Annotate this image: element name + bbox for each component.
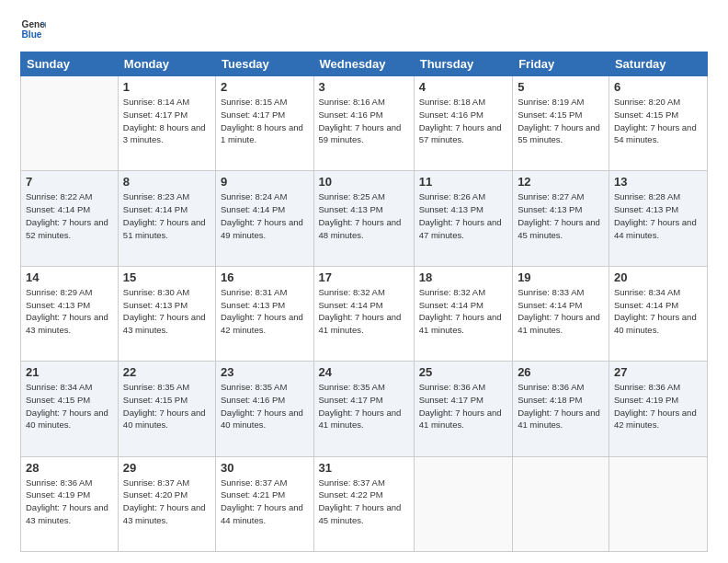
calendar-cell: 8Sunrise: 8:23 AM Sunset: 4:14 PM Daylig… bbox=[118, 171, 215, 266]
calendar-cell: 16Sunrise: 8:31 AM Sunset: 4:13 PM Dayli… bbox=[216, 266, 314, 361]
calendar-cell: 22Sunrise: 8:35 AM Sunset: 4:15 PM Dayli… bbox=[118, 362, 215, 456]
calendar-cell: 25Sunrise: 8:36 AM Sunset: 4:17 PM Dayli… bbox=[414, 362, 512, 456]
day-number: 20 bbox=[614, 270, 702, 284]
calendar-cell bbox=[21, 76, 119, 171]
day-header-sunday: Sunday bbox=[21, 52, 119, 76]
day-number: 28 bbox=[26, 461, 113, 475]
day-info: Sunrise: 8:33 AM Sunset: 4:14 PM Dayligh… bbox=[518, 286, 604, 337]
calendar-cell: 23Sunrise: 8:35 AM Sunset: 4:16 PM Dayli… bbox=[216, 362, 314, 456]
day-info: Sunrise: 8:32 AM Sunset: 4:14 PM Dayligh… bbox=[419, 286, 507, 337]
calendar-cell bbox=[513, 456, 609, 551]
calendar-cell: 15Sunrise: 8:30 AM Sunset: 4:13 PM Dayli… bbox=[118, 266, 215, 361]
week-row-3: 14Sunrise: 8:29 AM Sunset: 4:13 PM Dayli… bbox=[21, 266, 708, 361]
day-info: Sunrise: 8:27 AM Sunset: 4:13 PM Dayligh… bbox=[518, 190, 604, 241]
calendar-cell: 6Sunrise: 8:20 AM Sunset: 4:15 PM Daylig… bbox=[609, 76, 707, 171]
day-number: 4 bbox=[419, 80, 507, 94]
day-info: Sunrise: 8:18 AM Sunset: 4:16 PM Dayligh… bbox=[419, 96, 507, 146]
calendar-cell: 4Sunrise: 8:18 AM Sunset: 4:16 PM Daylig… bbox=[414, 76, 512, 171]
day-header-tuesday: Tuesday bbox=[216, 52, 314, 76]
day-number: 11 bbox=[419, 175, 507, 189]
day-info: Sunrise: 8:37 AM Sunset: 4:20 PM Dayligh… bbox=[123, 477, 210, 527]
calendar-cell: 31Sunrise: 8:37 AM Sunset: 4:22 PM Dayli… bbox=[313, 456, 414, 551]
day-info: Sunrise: 8:36 AM Sunset: 4:19 PM Dayligh… bbox=[614, 381, 702, 431]
day-info: Sunrise: 8:24 AM Sunset: 4:14 PM Dayligh… bbox=[221, 190, 309, 241]
day-info: Sunrise: 8:15 AM Sunset: 4:17 PM Dayligh… bbox=[221, 96, 309, 146]
day-number: 18 bbox=[419, 270, 507, 284]
calendar-page: General Blue SundayMondayTuesdayWednesda… bbox=[0, 0, 728, 563]
day-number: 29 bbox=[123, 461, 210, 475]
logo-icon: General Blue bbox=[20, 17, 46, 42]
day-info: Sunrise: 8:22 AM Sunset: 4:14 PM Dayligh… bbox=[26, 190, 113, 241]
calendar-cell: 24Sunrise: 8:35 AM Sunset: 4:17 PM Dayli… bbox=[313, 362, 414, 456]
day-number: 14 bbox=[26, 270, 113, 284]
calendar-cell: 30Sunrise: 8:37 AM Sunset: 4:21 PM Dayli… bbox=[216, 456, 314, 551]
calendar-cell: 28Sunrise: 8:36 AM Sunset: 4:19 PM Dayli… bbox=[21, 456, 119, 551]
header: General Blue bbox=[20, 17, 708, 42]
day-number: 19 bbox=[518, 270, 604, 284]
day-info: Sunrise: 8:32 AM Sunset: 4:14 PM Dayligh… bbox=[319, 286, 409, 337]
day-info: Sunrise: 8:29 AM Sunset: 4:13 PM Dayligh… bbox=[26, 286, 113, 337]
week-row-5: 28Sunrise: 8:36 AM Sunset: 4:19 PM Dayli… bbox=[21, 456, 708, 551]
week-row-4: 21Sunrise: 8:34 AM Sunset: 4:15 PM Dayli… bbox=[21, 362, 708, 456]
calendar-cell: 3Sunrise: 8:16 AM Sunset: 4:16 PM Daylig… bbox=[313, 76, 414, 171]
calendar-cell: 27Sunrise: 8:36 AM Sunset: 4:19 PM Dayli… bbox=[609, 362, 707, 456]
week-row-2: 7Sunrise: 8:22 AM Sunset: 4:14 PM Daylig… bbox=[21, 171, 708, 266]
day-header-friday: Friday bbox=[513, 52, 609, 76]
day-number: 6 bbox=[614, 80, 702, 94]
day-header-saturday: Saturday bbox=[609, 52, 707, 76]
day-info: Sunrise: 8:34 AM Sunset: 4:15 PM Dayligh… bbox=[26, 381, 113, 431]
day-number: 22 bbox=[123, 365, 210, 379]
day-number: 24 bbox=[319, 365, 409, 379]
day-number: 2 bbox=[221, 80, 309, 94]
calendar-cell: 26Sunrise: 8:36 AM Sunset: 4:18 PM Dayli… bbox=[513, 362, 609, 456]
logo: General Blue bbox=[20, 17, 46, 42]
day-number: 8 bbox=[123, 175, 210, 189]
day-number: 21 bbox=[26, 365, 113, 379]
svg-text:Blue: Blue bbox=[22, 29, 42, 40]
calendar-cell: 20Sunrise: 8:34 AM Sunset: 4:14 PM Dayli… bbox=[609, 266, 707, 361]
calendar-cell: 29Sunrise: 8:37 AM Sunset: 4:20 PM Dayli… bbox=[118, 456, 215, 551]
day-info: Sunrise: 8:35 AM Sunset: 4:17 PM Dayligh… bbox=[319, 381, 409, 431]
day-info: Sunrise: 8:36 AM Sunset: 4:18 PM Dayligh… bbox=[518, 381, 604, 431]
day-info: Sunrise: 8:28 AM Sunset: 4:13 PM Dayligh… bbox=[614, 190, 702, 241]
day-info: Sunrise: 8:19 AM Sunset: 4:15 PM Dayligh… bbox=[518, 96, 604, 146]
day-number: 17 bbox=[319, 270, 409, 284]
day-number: 12 bbox=[518, 175, 604, 189]
day-info: Sunrise: 8:35 AM Sunset: 4:15 PM Dayligh… bbox=[123, 381, 210, 431]
calendar-cell: 2Sunrise: 8:15 AM Sunset: 4:17 PM Daylig… bbox=[216, 76, 314, 171]
day-info: Sunrise: 8:14 AM Sunset: 4:17 PM Dayligh… bbox=[123, 96, 210, 146]
calendar-cell: 21Sunrise: 8:34 AM Sunset: 4:15 PM Dayli… bbox=[21, 362, 119, 456]
calendar-cell bbox=[414, 456, 512, 551]
day-number: 9 bbox=[221, 175, 309, 189]
header-row: SundayMondayTuesdayWednesdayThursdayFrid… bbox=[21, 52, 708, 76]
day-header-thursday: Thursday bbox=[414, 52, 512, 76]
day-info: Sunrise: 8:26 AM Sunset: 4:13 PM Dayligh… bbox=[419, 190, 507, 241]
calendar-cell: 14Sunrise: 8:29 AM Sunset: 4:13 PM Dayli… bbox=[21, 266, 119, 361]
calendar-cell: 7Sunrise: 8:22 AM Sunset: 4:14 PM Daylig… bbox=[21, 171, 119, 266]
day-number: 23 bbox=[221, 365, 309, 379]
day-info: Sunrise: 8:37 AM Sunset: 4:21 PM Dayligh… bbox=[221, 477, 309, 527]
day-number: 31 bbox=[319, 461, 409, 475]
day-number: 3 bbox=[319, 80, 409, 94]
calendar-cell: 18Sunrise: 8:32 AM Sunset: 4:14 PM Dayli… bbox=[414, 266, 512, 361]
day-info: Sunrise: 8:36 AM Sunset: 4:17 PM Dayligh… bbox=[419, 381, 507, 431]
day-info: Sunrise: 8:25 AM Sunset: 4:13 PM Dayligh… bbox=[319, 190, 409, 241]
day-number: 7 bbox=[26, 175, 113, 189]
calendar-cell: 12Sunrise: 8:27 AM Sunset: 4:13 PM Dayli… bbox=[513, 171, 609, 266]
calendar-table: SundayMondayTuesdayWednesdayThursdayFrid… bbox=[20, 52, 708, 552]
day-number: 10 bbox=[319, 175, 409, 189]
calendar-cell: 19Sunrise: 8:33 AM Sunset: 4:14 PM Dayli… bbox=[513, 266, 609, 361]
day-info: Sunrise: 8:23 AM Sunset: 4:14 PM Dayligh… bbox=[123, 190, 210, 241]
day-number: 26 bbox=[518, 365, 604, 379]
day-number: 30 bbox=[221, 461, 309, 475]
calendar-cell: 9Sunrise: 8:24 AM Sunset: 4:14 PM Daylig… bbox=[216, 171, 314, 266]
day-header-wednesday: Wednesday bbox=[313, 52, 414, 76]
day-info: Sunrise: 8:16 AM Sunset: 4:16 PM Dayligh… bbox=[319, 96, 409, 146]
calendar-cell: 5Sunrise: 8:19 AM Sunset: 4:15 PM Daylig… bbox=[513, 76, 609, 171]
day-info: Sunrise: 8:36 AM Sunset: 4:19 PM Dayligh… bbox=[26, 477, 113, 527]
calendar-cell: 1Sunrise: 8:14 AM Sunset: 4:17 PM Daylig… bbox=[118, 76, 215, 171]
day-info: Sunrise: 8:34 AM Sunset: 4:14 PM Dayligh… bbox=[614, 286, 702, 337]
day-number: 16 bbox=[221, 270, 309, 284]
day-info: Sunrise: 8:30 AM Sunset: 4:13 PM Dayligh… bbox=[123, 286, 210, 337]
day-number: 5 bbox=[518, 80, 604, 94]
